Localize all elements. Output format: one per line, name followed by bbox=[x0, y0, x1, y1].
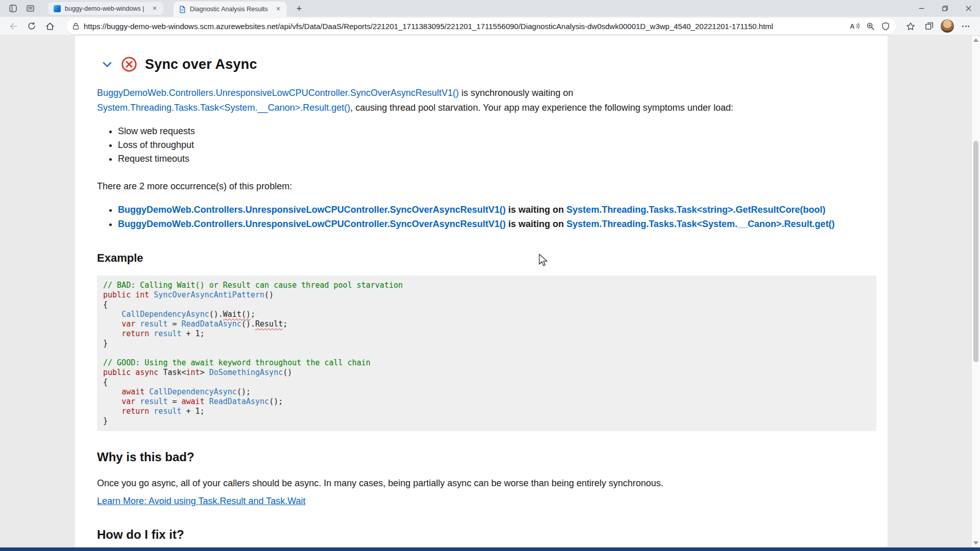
code-token: ; bbox=[283, 319, 287, 329]
code-token: public bbox=[103, 290, 131, 299]
site-favicon-icon bbox=[54, 5, 61, 12]
code-token: await bbox=[182, 397, 205, 406]
read-aloud-button[interactable]: A bbox=[847, 19, 863, 33]
code-token: Wait() bbox=[223, 310, 251, 319]
code-line: var result = ReadDataAsync().Result; bbox=[103, 319, 870, 329]
code-token bbox=[103, 407, 121, 416]
code-line: } bbox=[103, 416, 870, 426]
occurrence-target-link[interactable]: System.Threading.Tasks.Task<System.__Can… bbox=[567, 219, 835, 229]
favorites-button[interactable] bbox=[901, 18, 920, 34]
restore-icon bbox=[942, 6, 948, 11]
code-line: await CallDependencyAsync(); bbox=[103, 387, 870, 397]
mouse-cursor bbox=[538, 254, 548, 267]
tab-title: buggy-demo-web-windows | Dia... bbox=[65, 5, 146, 12]
settings-menu-button[interactable] bbox=[957, 18, 975, 34]
code-line: return result + 1; bbox=[103, 329, 870, 339]
svg-text:A: A bbox=[850, 22, 855, 30]
code-token: SyncOverAsyncAntiPattern bbox=[154, 290, 264, 299]
code-token: (); bbox=[269, 397, 283, 406]
occurrence-method-link[interactable]: BuggyDemoWeb.Controllers.UnresponsiveLow… bbox=[118, 219, 506, 229]
zoom-button[interactable] bbox=[863, 19, 878, 33]
code-token bbox=[103, 387, 121, 396]
code-token: // GOOD: Using the await keyword through… bbox=[103, 358, 371, 367]
fix-heading: How do I fix it? bbox=[97, 528, 876, 542]
code-token bbox=[131, 290, 135, 299]
tab-buggy-demo-web[interactable]: buggy-demo-web-windows | Dia... × bbox=[48, 2, 163, 15]
code-token: DoSomethingAsync bbox=[209, 368, 283, 377]
occurrences-intro: There are 2 more occurrence(s) of this p… bbox=[97, 179, 876, 194]
symptom-item: Slow web requests bbox=[118, 124, 876, 138]
profile-avatar[interactable] bbox=[941, 19, 954, 33]
symptom-item: Request timeouts bbox=[118, 152, 876, 166]
code-token bbox=[135, 397, 140, 406]
report-favicon-icon bbox=[179, 6, 186, 13]
code-token: ; bbox=[251, 310, 255, 319]
security-button[interactable] bbox=[878, 19, 893, 33]
collapse-chevron-icon[interactable] bbox=[101, 58, 113, 70]
why-heading: Why is this bad? bbox=[97, 450, 876, 464]
more-options-icon bbox=[962, 26, 969, 27]
tab-close-button[interactable]: × bbox=[150, 4, 159, 13]
minimize-icon bbox=[919, 6, 924, 11]
scroll-up-arrow-icon[interactable] bbox=[973, 38, 978, 42]
code-token: } bbox=[103, 339, 108, 348]
close-window-button[interactable] bbox=[957, 0, 980, 17]
code-token bbox=[103, 329, 121, 338]
code-token: } bbox=[103, 416, 108, 425]
code-token: return bbox=[121, 329, 149, 338]
tab-diagnostic-analysis[interactable]: Diagnostic Analysis Results × bbox=[174, 2, 287, 17]
back-button[interactable] bbox=[4, 18, 22, 34]
code-token: + 1; bbox=[182, 329, 205, 338]
code-token: { bbox=[103, 378, 108, 387]
bottom-accent-strip bbox=[0, 547, 980, 551]
scroll-down-arrow-icon[interactable] bbox=[973, 541, 978, 545]
page-title: Sync over Async bbox=[145, 57, 257, 72]
code-line: { bbox=[103, 378, 870, 387]
code-token: ReadDataAsync bbox=[209, 397, 269, 406]
scrollbar[interactable] bbox=[971, 36, 980, 551]
occurrence-item: BuggyDemoWeb.Controllers.UnresponsiveLow… bbox=[118, 203, 876, 217]
method-link[interactable]: BuggyDemoWeb.Controllers.UnresponsiveLow… bbox=[97, 88, 459, 98]
tab-strip: buggy-demo-web-windows | Dia... × Diagno… bbox=[0, 0, 980, 17]
url-text: https://buggy-demo-web-windows.scm.azure… bbox=[84, 22, 843, 31]
code-line bbox=[103, 348, 870, 358]
lock-icon[interactable] bbox=[72, 22, 79, 30]
workspaces-button[interactable] bbox=[5, 2, 20, 15]
diagnostic-report: Sync over Async BuggyDemoWeb.Controllers… bbox=[75, 36, 888, 551]
intro-text: , causing thread pool starvation. Your a… bbox=[350, 103, 733, 113]
new-tab-button[interactable]: + bbox=[292, 2, 306, 15]
collections-button[interactable] bbox=[920, 18, 938, 34]
window-controls bbox=[910, 0, 980, 17]
home-button[interactable] bbox=[41, 18, 59, 34]
example-heading: Example bbox=[97, 252, 876, 265]
tab-actions-button[interactable] bbox=[22, 2, 38, 15]
scrollbar-thumb[interactable] bbox=[973, 141, 978, 362]
tab-list-icon bbox=[26, 4, 35, 13]
code-token: result bbox=[154, 329, 181, 338]
task-link[interactable]: System.Threading.Tasks.Task<System.__Can… bbox=[97, 103, 350, 113]
code-token: int bbox=[135, 290, 149, 299]
tab-close-button[interactable]: × bbox=[274, 5, 283, 14]
code-token bbox=[149, 290, 154, 299]
minimize-button[interactable] bbox=[910, 0, 933, 17]
address-bar[interactable]: https://buggy-demo-web-windows.scm.azure… bbox=[66, 18, 896, 34]
occurrence-method-link[interactable]: BuggyDemoWeb.Controllers.UnresponsiveLow… bbox=[118, 205, 506, 215]
code-token: = bbox=[167, 397, 181, 406]
code-token bbox=[103, 397, 121, 406]
code-line: CallDependencyAsync().Wait(); bbox=[103, 310, 870, 319]
occurrence-target-link[interactable]: System.Threading.Tasks.Task<string>.GetR… bbox=[567, 205, 825, 215]
code-token: var bbox=[121, 319, 135, 329]
code-token bbox=[205, 397, 209, 406]
maximize-button[interactable] bbox=[933, 0, 957, 17]
refresh-button[interactable] bbox=[22, 18, 41, 34]
page-content-area: Sync over Async BuggyDemoWeb.Controllers… bbox=[0, 36, 980, 551]
code-token: result bbox=[140, 397, 167, 406]
occurrence-text: is waiting on bbox=[506, 205, 567, 215]
read-aloud-icon: A bbox=[850, 22, 861, 30]
code-token: async bbox=[135, 368, 158, 377]
code-token: int bbox=[186, 368, 200, 377]
code-token: result bbox=[140, 319, 167, 329]
workspaces-icon bbox=[9, 4, 17, 13]
learn-more-link[interactable]: Learn More: Avoid using Task.Result and … bbox=[97, 494, 306, 509]
shield-icon bbox=[881, 22, 890, 31]
